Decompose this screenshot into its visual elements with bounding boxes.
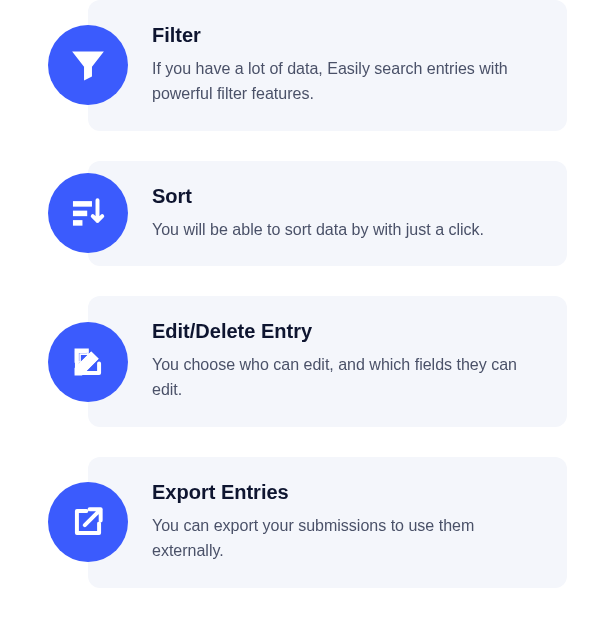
feature-card-sort: Sort You will be able to sort data by wi… [88, 161, 567, 267]
feature-title: Filter [152, 24, 535, 47]
feature-card-export: Export Entries You can export your submi… [88, 457, 567, 588]
edit-icon [48, 322, 128, 402]
features-list: Filter If you have a lot of data, Easily… [0, 0, 615, 608]
feature-description: You will be able to sort data by with ju… [152, 218, 535, 243]
feature-card-edit: Edit/Delete Entry You choose who can edi… [88, 296, 567, 427]
sort-icon [48, 173, 128, 253]
svg-rect-2 [74, 221, 82, 225]
export-icon [48, 482, 128, 562]
feature-title: Edit/Delete Entry [152, 320, 535, 343]
feature-description: You can export your submissions to use t… [152, 514, 535, 564]
feature-title: Export Entries [152, 481, 535, 504]
svg-rect-0 [74, 202, 91, 206]
feature-description: You choose who can edit, and which field… [152, 353, 535, 403]
svg-rect-1 [74, 212, 87, 216]
feature-description: If you have a lot of data, Easily search… [152, 57, 535, 107]
feature-card-filter: Filter If you have a lot of data, Easily… [88, 0, 567, 131]
feature-title: Sort [152, 185, 535, 208]
filter-icon [48, 25, 128, 105]
